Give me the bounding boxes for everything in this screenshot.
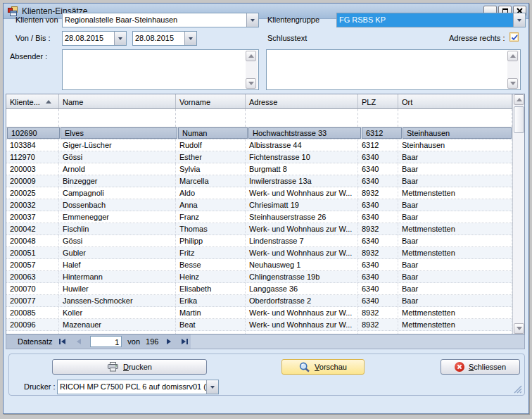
- table-row[interactable]: 200057HalefBesseNeuhausweg 16340Baar: [6, 259, 512, 271]
- schlusstext-textarea[interactable]: [266, 49, 521, 90]
- table-row[interactable]: 200032DossenbachAnnaChriesimatt 196340Ba…: [6, 199, 512, 211]
- grid-cell: 200096: [6, 319, 59, 330]
- grid-cell: Arnold: [59, 163, 176, 175]
- grid-cell: Dossenbach: [59, 199, 176, 211]
- grid-cell: 8932: [358, 319, 398, 330]
- grid-cell: Thomas: [176, 223, 246, 234]
- adresse-rechts-checkbox[interactable]: [509, 32, 519, 42]
- scroll-down-icon[interactable]: [246, 78, 256, 89]
- scroll-down-icon[interactable]: [514, 323, 524, 334]
- von-date-picker[interactable]: 28.08.2015: [62, 31, 127, 46]
- vorschau-button[interactable]: Vorschau: [281, 359, 365, 375]
- grid-vertical-scrollbar[interactable]: [512, 94, 524, 334]
- grid-cell: Mazenauer: [59, 319, 176, 330]
- filter-cell[interactable]: [59, 109, 176, 127]
- grid-cell: Fischlin: [59, 223, 176, 234]
- grid-cell: Huwiler: [59, 283, 176, 294]
- table-row[interactable]: 200048GössiPhilippLindenstrasse 76340Baa…: [6, 235, 512, 247]
- filter-cell[interactable]: [246, 109, 358, 127]
- column-header[interactable]: Ort: [398, 94, 512, 108]
- klienten-von-combobox[interactable]: Regionalstelle Baar-Steinhausen: [62, 13, 259, 27]
- scroll-up-icon[interactable]: [514, 94, 524, 105]
- column-header[interactable]: Name: [59, 94, 176, 108]
- chevron-down-icon[interactable]: [246, 13, 258, 27]
- chevron-down-icon[interactable]: [114, 32, 126, 45]
- chevron-down-icon[interactable]: [513, 13, 525, 27]
- absender-textarea[interactable]: [62, 49, 259, 90]
- column-header[interactable]: Kliente...: [6, 94, 59, 108]
- grid-cell: 6340: [358, 331, 398, 334]
- grid-cell: Oberdorfstrasse 2: [246, 295, 358, 306]
- von-date-value: 28.08.2015: [63, 32, 114, 45]
- grid-cell: Langgasse 36: [246, 283, 358, 294]
- table-row[interactable]: 200070HuwilerElisabethLanggasse 366340Ba…: [6, 283, 512, 295]
- grid-cell: Elves: [61, 127, 177, 139]
- scrollbar-thumb[interactable]: [514, 106, 524, 133]
- grid-cell: Baar: [398, 211, 512, 223]
- chevron-down-icon[interactable]: [206, 380, 218, 394]
- grid-cell: 200025: [6, 187, 59, 199]
- chevron-down-icon[interactable]: [184, 32, 196, 45]
- table-row[interactable]: 200051GublerFritzWerk- und Wohnhaus zur …: [6, 247, 512, 259]
- next-record-button[interactable]: [163, 337, 175, 347]
- absender-scrollbar[interactable]: [246, 51, 258, 89]
- drucker-combobox[interactable]: RICOH MP C7500 PCL 6 auf domissrv01 (um: [57, 380, 219, 394]
- grid-cell: 200085: [6, 307, 59, 318]
- column-header-label: PLZ: [362, 97, 376, 106]
- klientengruppe-combobox[interactable]: FG RSBS KP: [336, 13, 526, 27]
- grid-cell: Rudolf: [176, 139, 246, 151]
- grid-cell: Sylvia: [176, 163, 246, 175]
- schlusstext-scrollbar[interactable]: [507, 51, 519, 89]
- grid-cell: 200057: [6, 259, 59, 270]
- grid-cell: Baar: [398, 331, 512, 334]
- grid-cell: Steinhausen: [403, 127, 512, 139]
- table-row[interactable]: 112970GössiEstherFichtenstrasse 106340Ba…: [6, 151, 512, 163]
- bis-date-picker[interactable]: 28.08.2015: [132, 31, 197, 46]
- grid-filter-row[interactable]: [6, 109, 512, 127]
- grid-header-row: Kliente...NameVornameAdressePLZOrt: [6, 94, 512, 109]
- checkmark-icon: [510, 33, 519, 42]
- grid-cell: 200042: [6, 223, 59, 234]
- grid-cell: Chlingenstrasse 19b: [246, 271, 358, 282]
- last-record-button[interactable]: [179, 337, 191, 347]
- grid-cell: Aldo: [176, 187, 246, 199]
- table-row[interactable]: 200077Janssen-SchmockerErikaOberdorfstra…: [6, 295, 512, 307]
- scroll-up-icon[interactable]: [246, 51, 256, 61]
- table-row[interactable]: 200042FischlinThomasWerk- und Wohnhaus z…: [6, 223, 512, 235]
- schliessen-button[interactable]: Schliessen: [441, 359, 520, 375]
- grid-cell: Baar: [398, 163, 512, 175]
- table-row[interactable]: 200009BinzeggerMarcellaInwilerstrasse 13…: [6, 175, 512, 187]
- table-row[interactable]: 200085KollerMartinWerk- und Wohnhaus zur…: [6, 307, 512, 319]
- table-row[interactable]: 200063HintermannHeinzChlingenstrasse 19b…: [6, 271, 512, 283]
- filter-cell[interactable]: [176, 109, 246, 127]
- record-position-input[interactable]: 1: [90, 336, 122, 347]
- grid-cell: 6340: [358, 271, 398, 282]
- adresse-rechts-label: Adresse rechts :: [449, 34, 505, 42]
- table-row[interactable]: 200037EmmeneggerFranzSteinhauserstrasse …: [6, 211, 512, 223]
- record-navigator: Datensatz 1 von 196: [6, 334, 525, 349]
- resize-grip-icon[interactable]: [514, 385, 522, 394]
- table-row[interactable]: 102690ElvesNumanHochwachtstrasse 336312S…: [6, 127, 512, 139]
- filter-cell[interactable]: [358, 109, 398, 127]
- table-row[interactable]: 200096MazenauerBeatWerk- und Wohnhaus zu…: [6, 319, 512, 331]
- column-header[interactable]: PLZ: [358, 94, 398, 108]
- record-total: 196: [146, 337, 158, 346]
- column-header[interactable]: Adresse: [246, 94, 358, 108]
- grid-cell: 8932: [358, 187, 398, 199]
- previous-record-button[interactable]: [72, 337, 84, 347]
- grid-cell: 200051: [6, 247, 59, 258]
- scroll-down-icon[interactable]: [507, 78, 518, 89]
- grid-cell: 6340: [358, 175, 398, 187]
- column-header[interactable]: Vorname: [176, 94, 246, 108]
- table-row[interactable]: 103384Giger-LüscherRudolfAlbisstrasse 44…: [6, 139, 512, 151]
- scroll-up-icon[interactable]: [507, 51, 518, 61]
- drucken-label: Drucken: [123, 363, 152, 371]
- first-record-button[interactable]: [57, 337, 69, 347]
- filter-cell[interactable]: [398, 109, 512, 127]
- grid-cell: Albisstrasse 44: [246, 139, 358, 151]
- filter-cell[interactable]: [6, 109, 59, 127]
- table-row[interactable]: 200025CampagnoliAldoWerk- und Wohnhaus z…: [6, 187, 512, 199]
- drucken-button[interactable]: Drucken: [52, 359, 207, 375]
- table-row[interactable]: 200003ArnoldSylviaBurgmatt 86340Baar: [6, 163, 512, 175]
- table-row[interactable]: 200112NuberEugenOberdorfstrasse 16340Baa…: [6, 331, 512, 334]
